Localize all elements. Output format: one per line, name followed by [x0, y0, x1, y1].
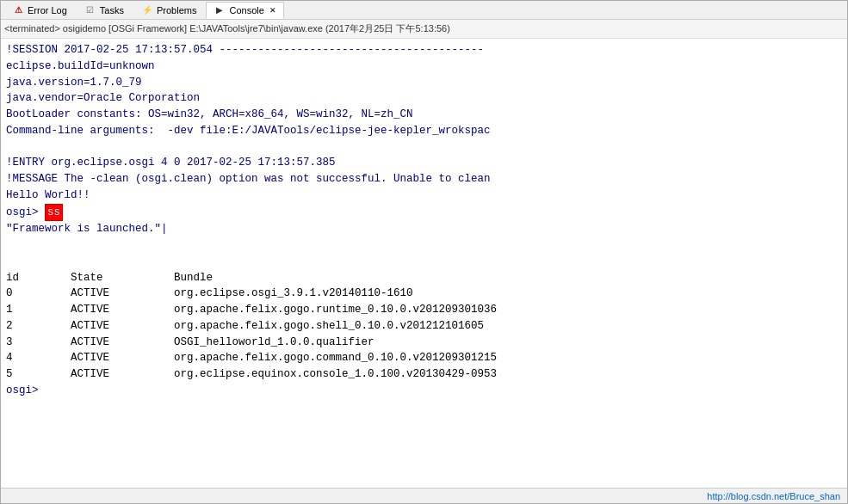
error-log-label: Error Log	[28, 5, 67, 15]
console-line-13	[6, 254, 842, 270]
console-line-12	[6, 237, 842, 254]
tab-tasks[interactable]: ☑ Tasks	[77, 2, 132, 19]
problems-label: Problems	[157, 5, 196, 15]
console-line-0: !SESSION 2017-02-25 17:13:57.054 -------…	[6, 42, 842, 58]
console-line-21: osgi>	[6, 383, 842, 399]
console-line-7: !ENTRY org.eclipse.osgi 4 0 2017-02-25 1…	[6, 155, 842, 171]
problems-icon: ⚡	[141, 4, 153, 16]
eclipse-window: ⚠ Error Log ☑ Tasks ⚡ Problems ▶ Console…	[0, 0, 848, 504]
console-line-17: 2 ACTIVE org.apache.felix.gogo.shell_0.1…	[6, 318, 842, 335]
console-line-6	[6, 139, 842, 156]
console-close-icon[interactable]: ✕	[269, 6, 276, 15]
console-line-15: 0 ACTIVE org.eclipse.osgi_3.9.1.v2014011…	[6, 286, 842, 302]
console-label: Console	[229, 5, 263, 15]
console-line-3: java.vendor=Oracle Corporation	[6, 90, 842, 107]
toolbar-bar: <terminated> osigidemo [OSGi Framework] …	[1, 20, 847, 39]
console-line-16: 1 ACTIVE org.apache.felix.gogo.runtime_0…	[6, 302, 842, 318]
console-content: !SESSION 2017-02-25 17:13:57.054 -------…	[1, 39, 847, 488]
console-line-1: eclipse.buildId=unknown	[6, 58, 842, 75]
console-line-19: 4 ACTIVE org.apache.felix.gogo.command_0…	[6, 350, 842, 366]
console-line-11: "Framework is launched."|	[6, 221, 842, 237]
tasks-label: Tasks	[100, 5, 124, 15]
console-icon: ▶	[214, 4, 226, 16]
console-line-4: BootLoader constants: OS=win32, ARCH=x86…	[6, 107, 842, 123]
terminated-label: <terminated> osigidemo [OSGi Framework] …	[4, 22, 450, 35]
tab-bar: ⚠ Error Log ☑ Tasks ⚡ Problems ▶ Console…	[1, 1, 847, 20]
tasks-icon: ☑	[84, 4, 96, 16]
console-line-14: id State Bundle	[6, 270, 842, 286]
console-line-8: !MESSAGE The -clean (osgi.clean) option …	[6, 171, 842, 187]
tab-problems[interactable]: ⚡ Problems	[133, 2, 204, 19]
tab-error-log[interactable]: ⚠ Error Log	[4, 2, 75, 19]
console-line-9: Hello World!!	[6, 187, 842, 204]
status-url: http://blog.csdn.net/Bruce_shan	[707, 491, 840, 501]
error-log-icon: ⚠	[12, 4, 24, 16]
console-line-20: 5 ACTIVE org.eclipse.equinox.console_1.0…	[6, 366, 842, 383]
ss-command: ss	[45, 204, 63, 222]
console-line-5: Command-line arguments: -dev file:E:/JAV…	[6, 123, 842, 139]
console-line-18: 3 ACTIVE OSGI_helloworld_1.0.0.qualifier	[6, 335, 842, 351]
console-line-10: osgi> ss	[6, 204, 842, 222]
console-line-2: java.version=1.7.0_79	[6, 75, 842, 91]
status-bar: http://blog.csdn.net/Bruce_shan	[1, 488, 847, 503]
tab-console[interactable]: ▶ Console ✕	[206, 2, 283, 19]
osgi-prompt: osgi>	[6, 205, 45, 221]
